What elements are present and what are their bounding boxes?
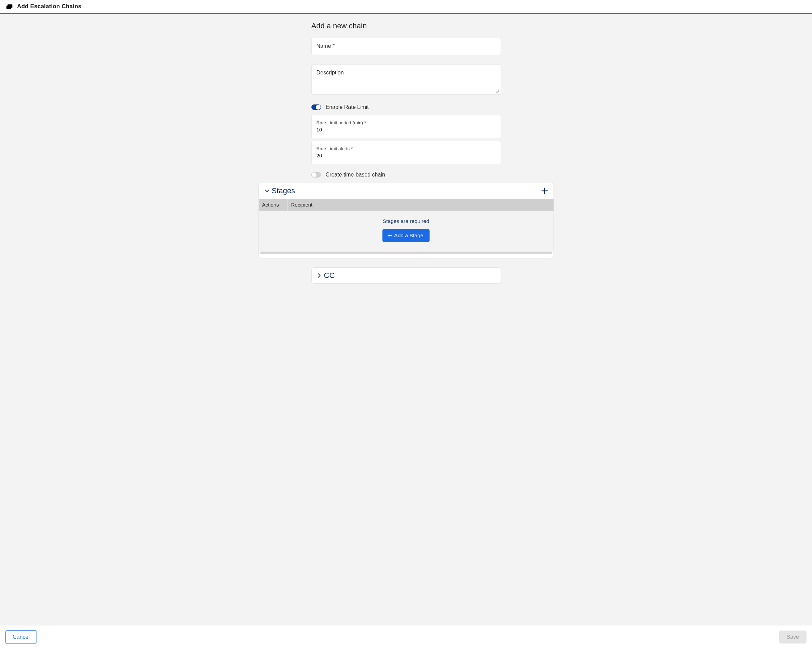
dialog-title: Add Escalation Chains: [17, 3, 81, 10]
rate-limit-alerts-field[interactable]: Rate Limit alerts *: [311, 141, 501, 164]
time-based-toggle-label: Create time-based chain: [326, 172, 385, 178]
stages-empty-message: Stages are required: [262, 218, 550, 224]
rate-limit-period-input[interactable]: [316, 127, 496, 133]
dialog-header: Add Escalation Chains: [0, 0, 812, 14]
rate-limit-toggle-label: Enable Rate Limit: [326, 104, 369, 110]
chevron-right-icon: [316, 272, 323, 279]
rate-limit-period-label: Rate Limit period (min) *: [316, 120, 496, 125]
cancel-button[interactable]: Cancel: [6, 630, 37, 644]
add-stage-button-label: Add a Stage: [394, 232, 423, 239]
dialog-footer: Cancel Save: [0, 625, 812, 650]
cc-title: CC: [324, 271, 335, 280]
stages-column-headers: Actions Recipient: [259, 199, 554, 211]
rate-limit-period-field[interactable]: Rate Limit period (min) *: [311, 115, 501, 138]
add-stage-icon-button[interactable]: [540, 187, 549, 195]
rate-limit-alerts-input[interactable]: [316, 153, 496, 159]
stages-panel: Stages Actions Recipient Stages are requ…: [258, 183, 554, 258]
save-button[interactable]: Save: [779, 630, 806, 644]
section-title: Add a new chain: [311, 21, 501, 31]
description-label: Description: [316, 70, 344, 75]
col-header-recipient: Recipient: [288, 199, 554, 211]
col-header-actions: Actions: [259, 199, 288, 211]
name-field[interactable]: Name *: [311, 38, 501, 55]
cc-panel[interactable]: CC: [311, 267, 501, 284]
rate-limit-alerts-label: Rate Limit alerts *: [316, 146, 496, 151]
add-stage-button[interactable]: Add a Stage: [382, 229, 429, 242]
svg-rect-1: [8, 4, 12, 8]
name-label: Name *: [316, 43, 335, 49]
chevron-down-icon[interactable]: [264, 188, 270, 194]
rate-limit-toggle[interactable]: [311, 104, 321, 110]
stages-title: Stages: [272, 186, 295, 195]
description-field[interactable]: Description: [311, 64, 501, 95]
stacked-windows-icon: [6, 4, 13, 9]
horizontal-scrollbar[interactable]: [260, 252, 552, 254]
time-based-toggle[interactable]: [311, 172, 321, 177]
